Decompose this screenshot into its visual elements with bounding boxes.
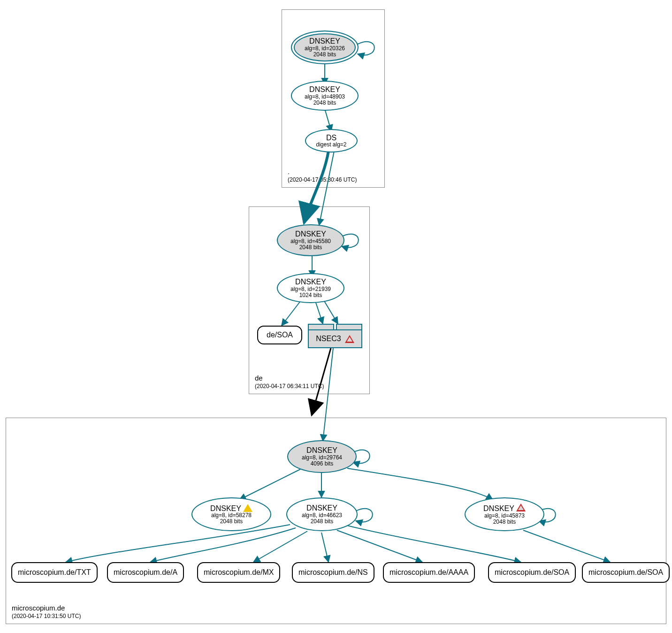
node-root-dnskey-ksk[interactable]: DNSKEY alg=8, id=20326 2048 bits: [291, 31, 359, 64]
node-rr-soa1[interactable]: microscopium.de/SOA: [488, 562, 576, 583]
node-dom-dnskey-58278[interactable]: DNSKEY alg=8, id=58278 2048 bits: [191, 497, 271, 531]
error-icon: [516, 503, 526, 511]
node-rr-a[interactable]: microscopium.de/A: [107, 562, 184, 583]
node-de-dnskey-ksk[interactable]: DNSKEY alg=8, id=45580 2048 bits: [277, 224, 344, 256]
nsec3-label: NSEC3: [316, 335, 341, 343]
warning-icon: [243, 504, 252, 512]
node-root-ds[interactable]: DS digest alg=2: [305, 129, 358, 153]
node-dom-dnskey-46623[interactable]: DNSKEY alg=8, id=46623 2048 bits: [286, 497, 358, 531]
node-rr-txt[interactable]: microscopium.de/TXT: [11, 562, 98, 583]
node-rr-aaaa[interactable]: microscopium.de/AAAA: [383, 562, 475, 583]
node-de-dnskey-zsk[interactable]: DNSKEY alg=8, id=21939 1024 bits: [277, 273, 344, 303]
node-dom-dnskey-ksk[interactable]: DNSKEY alg=8, id=29764 4096 bits: [287, 440, 357, 473]
node-rr-mx[interactable]: microscopium.de/MX: [197, 562, 280, 583]
node-de-soa[interactable]: de/SOA: [257, 326, 302, 344]
node-rr-soa2[interactable]: microscopium.de/SOA: [582, 562, 670, 583]
node-dom-dnskey-45873[interactable]: DNSKEY alg=8, id=45873 2048 bits: [465, 497, 544, 531]
warning-icon: [345, 335, 354, 343]
dnssec-chain-diagram: . (2020-04-17 05:30:46 UTC) de (2020-04-…: [0, 0, 672, 633]
node-de-nsec3[interactable]: NSEC3: [308, 324, 362, 348]
node-root-dnskey-zsk[interactable]: DNSKEY alg=8, id=48903 2048 bits: [291, 81, 359, 111]
node-rr-ns[interactable]: microscopium.de/NS: [292, 562, 374, 583]
